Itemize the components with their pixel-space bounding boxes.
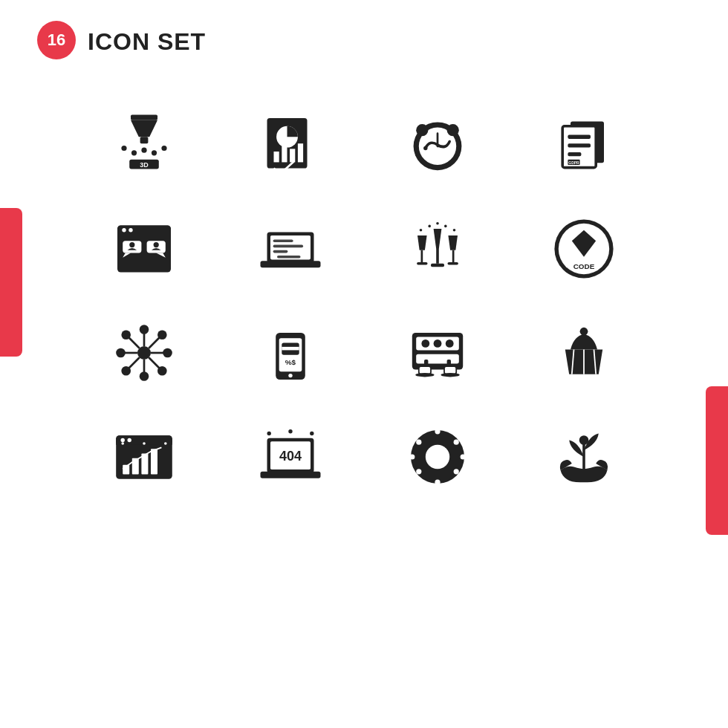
svg-point-129 [460,454,465,459]
svg-point-18 [416,124,428,136]
icon-report-chart [250,104,331,186]
svg-point-33 [122,228,126,232]
svg-point-117 [164,442,167,445]
svg-point-74 [163,348,172,358]
icon-404-error: 404 [250,416,331,498]
svg-point-128 [453,440,458,445]
svg-point-58 [436,222,439,225]
red-right-decoration [706,386,728,535]
svg-point-60 [428,225,431,228]
svg-text:3D: 3D [140,161,149,169]
svg-rect-46 [273,250,288,253]
svg-point-6 [152,150,157,155]
svg-rect-53 [417,262,427,265]
svg-line-81 [149,357,159,368]
svg-point-76 [121,330,131,339]
icon-plant-hand [543,416,625,498]
svg-point-99 [415,373,434,377]
svg-rect-0 [131,115,157,120]
svg-point-92 [433,339,441,348]
svg-point-37 [129,242,134,247]
svg-rect-94 [416,354,459,364]
svg-text:GDPR: GDPR [569,161,580,165]
svg-rect-55 [452,250,455,262]
svg-point-133 [409,454,415,459]
icon-social-media [103,208,185,290]
svg-text:404: 404 [279,449,302,464]
svg-rect-52 [420,250,423,262]
svg-point-100 [441,373,459,377]
svg-point-34 [129,228,132,232]
svg-point-109 [120,438,124,442]
svg-text:%$: %$ [285,358,296,366]
svg-point-68 [139,325,149,334]
svg-point-126 [426,445,449,469]
badge-number: 16 [48,30,65,50]
svg-rect-114 [151,449,157,474]
svg-point-93 [446,339,454,348]
svg-rect-2 [140,137,148,143]
svg-point-3 [121,146,126,151]
svg-rect-87 [282,347,299,351]
svg-point-61 [444,225,447,228]
svg-rect-12 [274,152,279,162]
svg-point-116 [143,442,146,445]
svg-rect-45 [273,245,304,248]
svg-point-123 [289,429,293,433]
svg-marker-48 [433,229,441,249]
icon-code-diamond: CODE [543,208,625,290]
icon-web-analytics [103,416,185,498]
svg-point-19 [446,124,458,136]
icon-mobile-payment: %$ [250,312,331,394]
icon-coffee-machine [397,312,478,394]
svg-rect-56 [447,262,458,265]
icon-network-hub [103,312,185,394]
svg-point-130 [453,469,458,474]
svg-rect-15 [298,143,303,162]
svg-rect-49 [436,249,439,264]
svg-point-40 [153,242,158,247]
svg-rect-27 [568,152,582,156]
svg-rect-25 [568,135,591,139]
svg-marker-54 [448,235,458,250]
icon-cupcake [543,312,625,394]
svg-point-57 [419,229,422,232]
svg-rect-96 [446,360,450,366]
svg-point-80 [121,366,131,376]
icon-donut [397,416,478,498]
svg-rect-14 [290,149,295,162]
svg-point-5 [141,148,146,153]
svg-rect-47 [277,256,301,259]
svg-rect-44 [273,239,293,242]
svg-point-72 [116,348,126,358]
svg-line-75 [129,337,139,348]
svg-rect-50 [431,264,444,267]
svg-point-7 [161,146,166,151]
icon-3d-printer: 3D [103,104,185,186]
svg-line-79 [129,357,139,368]
svg-point-110 [127,438,131,442]
svg-point-136 [579,435,589,445]
svg-point-132 [416,469,421,474]
svg-point-22 [423,146,427,150]
svg-point-127 [435,429,440,434]
icon-grid: 3D [37,89,691,513]
svg-point-78 [157,330,167,339]
svg-point-82 [157,366,167,376]
svg-marker-51 [417,235,427,250]
svg-text:CODE: CODE [573,262,595,270]
svg-rect-95 [424,360,428,366]
svg-point-85 [289,374,293,377]
svg-rect-26 [568,143,591,147]
icon-count-badge: 16 [37,21,76,59]
svg-point-131 [435,480,440,485]
svg-point-4 [131,150,137,155]
svg-rect-13 [282,146,287,163]
svg-line-77 [149,337,159,348]
svg-point-91 [421,339,429,348]
icon-alarm-clock [397,104,478,186]
svg-point-70 [139,371,149,381]
svg-marker-1 [131,120,157,137]
svg-point-59 [452,229,455,232]
red-left-decoration [0,208,22,357]
